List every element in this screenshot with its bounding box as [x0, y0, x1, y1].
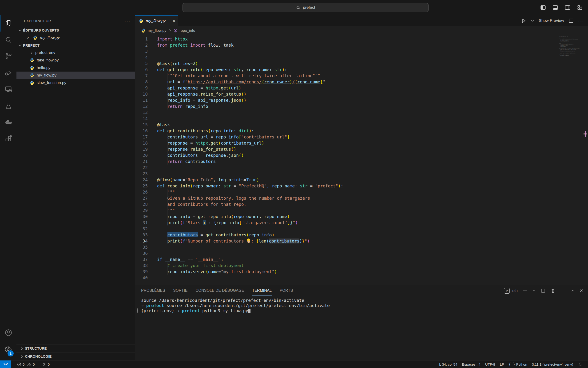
maximize-panel-icon[interactable]	[571, 289, 575, 293]
remote-indicator[interactable]: ><	[0, 360, 11, 368]
split-editor-icon[interactable]	[568, 18, 574, 24]
line-content: contributors_url = repo_info["contributo…	[148, 134, 290, 140]
line-number: 10	[135, 91, 148, 97]
line-number: 32	[135, 226, 148, 232]
testing-icon[interactable]	[0, 97, 17, 114]
braces-icon: { }	[509, 362, 515, 366]
kill-terminal-icon[interactable]	[550, 288, 555, 293]
code-line: 34 print(f"Number of contributors : {len…	[135, 238, 588, 244]
line-content: api_response.raise_for_status()	[148, 91, 246, 97]
source-control-icon[interactable]	[0, 48, 17, 64]
section-chronologie[interactable]: CHRONOLOGIE	[17, 352, 135, 360]
code-editor[interactable]: 1import httpx2from prefect import flow, …	[135, 35, 588, 285]
overview-ruler-marker	[584, 131, 587, 137]
line-number: 16	[135, 128, 148, 134]
code-line: 9 api_response = httpx.get(url)	[135, 85, 588, 91]
open-editor-item[interactable]: ×my_flow.py	[17, 34, 135, 41]
sidebar-more-icon[interactable]: ···	[124, 18, 131, 24]
close-panel-icon[interactable]	[579, 289, 583, 293]
line-content: def repo_info(repo_owner: str = "Prefect…	[148, 183, 343, 189]
code-line: 17 contributors_url = repo_info["contrib…	[135, 134, 588, 140]
cursor-position[interactable]: L 34, col 54	[437, 360, 460, 368]
toggle-primary-sidebar-icon[interactable]	[540, 4, 546, 11]
more-actions-icon[interactable]: ···	[578, 18, 584, 24]
toggle-secondary-sidebar-icon[interactable]	[564, 4, 570, 11]
breadcrumb: my_flow.py repo_info	[135, 26, 588, 35]
code-line: 12 return repo_info	[135, 103, 588, 110]
title-bar: prefect	[0, 0, 588, 15]
tree-item-slow_function-py[interactable]: slow_function.py	[17, 79, 135, 87]
code-line: 8 url = f"https://api.github.com/repos/{…	[135, 79, 588, 85]
line-content: """	[148, 189, 175, 195]
customize-layout-icon[interactable]	[577, 4, 583, 11]
code-line: 22	[135, 165, 588, 171]
line-number: 37	[135, 256, 148, 263]
settings-icon[interactable]: 1	[0, 341, 17, 358]
terminal[interactable]: source /Users/henricourdent/git/prefect/…	[135, 296, 588, 360]
breadcrumb-symbol[interactable]: repo_info	[179, 28, 195, 33]
ports-status[interactable]: 0	[40, 360, 52, 368]
project-header[interactable]: PREFECT	[17, 41, 135, 49]
terminal-shell-selector[interactable]: > zsh	[504, 288, 518, 294]
run-debug-icon[interactable]	[0, 64, 17, 81]
terminal-dropdown-chevron-icon[interactable]	[532, 289, 536, 292]
panel-tab-sortie[interactable]: SORTIE	[173, 285, 187, 296]
python-interpreter[interactable]: 3.11.1 ('prefect-env': venv)	[529, 360, 576, 368]
command-center-search[interactable]: prefect	[183, 3, 429, 12]
tab-my-flow[interactable]: my_flow.py ×	[135, 15, 178, 26]
toggle-panel-icon[interactable]	[552, 4, 558, 11]
close-icon[interactable]: ×	[173, 18, 175, 24]
remote-explorer-icon[interactable]	[0, 81, 17, 97]
section-structure[interactable]: STRUCTURE	[17, 344, 135, 352]
indentation[interactable]: Espaces : 4	[460, 360, 483, 368]
line-content: @flow(name="Repo Info", log_prints=True)	[148, 177, 259, 183]
code-line: 31 print(f"Stars ★ : {repo_info['stargaz…	[135, 220, 588, 226]
open-editors-header[interactable]: ÉDITEURS OUVERTS	[17, 26, 135, 34]
line-number: 17	[135, 134, 148, 140]
tree-item-fake_flow-py[interactable]: fake_flow.py	[17, 56, 135, 64]
new-terminal-icon[interactable]	[522, 288, 527, 293]
line-number: 27	[135, 195, 148, 201]
panel-more-icon[interactable]: ···	[560, 288, 566, 293]
run-button[interactable]	[521, 18, 526, 24]
extensions-icon[interactable]	[0, 130, 17, 147]
line-content	[148, 226, 157, 232]
line-number: 38	[135, 263, 148, 269]
account-icon[interactable]	[0, 324, 17, 341]
explorer-icon[interactable]	[0, 15, 17, 32]
panel-tab-terminal[interactable]: TERMINAL	[252, 285, 272, 296]
panel-tab-ports[interactable]: PORTS	[280, 285, 293, 296]
search-icon[interactable]	[0, 32, 17, 48]
tree-item-hello-py[interactable]: hello.py	[17, 64, 135, 72]
line-number: 19	[135, 146, 148, 152]
language-mode[interactable]: { }Python	[506, 360, 530, 368]
tree-item-prefect-env[interactable]: prefect-env	[17, 49, 135, 56]
show-preview-button[interactable]: Show Preview	[539, 18, 564, 23]
line-content: """	[148, 207, 175, 213]
notifications[interactable]	[576, 360, 585, 368]
panel-tab-console-de-d-bogage[interactable]: CONSOLE DE DÉBOGAGE	[195, 285, 244, 296]
problems-status[interactable]: 0 0	[15, 360, 37, 368]
run-dropdown-chevron-icon[interactable]	[531, 19, 534, 23]
line-number: 7	[135, 73, 148, 79]
close-icon[interactable]: ×	[26, 35, 31, 40]
code-line: 40	[135, 275, 588, 281]
line-number: 31	[135, 220, 148, 226]
line-number: 39	[135, 269, 148, 275]
breadcrumb-file[interactable]: my_flow.py	[148, 28, 166, 33]
line-number: 25	[135, 183, 148, 189]
line-content: def get_contributors(repo_info: dict):	[148, 128, 254, 134]
eol[interactable]: LF	[497, 360, 506, 368]
tree-item-my_flow-py[interactable]: my_flow.py	[17, 72, 135, 79]
code-line: 35	[135, 244, 588, 250]
terminal-cursor	[248, 309, 250, 313]
construction-worker-emoji	[246, 238, 251, 243]
docker-icon[interactable]	[0, 114, 17, 130]
line-content	[148, 110, 157, 116]
line-content: response.raise_for_status()	[148, 146, 236, 152]
encoding[interactable]: UTF-8	[483, 360, 498, 368]
split-terminal-icon[interactable]	[541, 288, 546, 293]
panel-tab-probl-mes[interactable]: PROBLÈMES	[141, 285, 165, 296]
code-line: 26 """	[135, 189, 588, 195]
line-content: repo_info = api_response.json()	[148, 97, 246, 103]
